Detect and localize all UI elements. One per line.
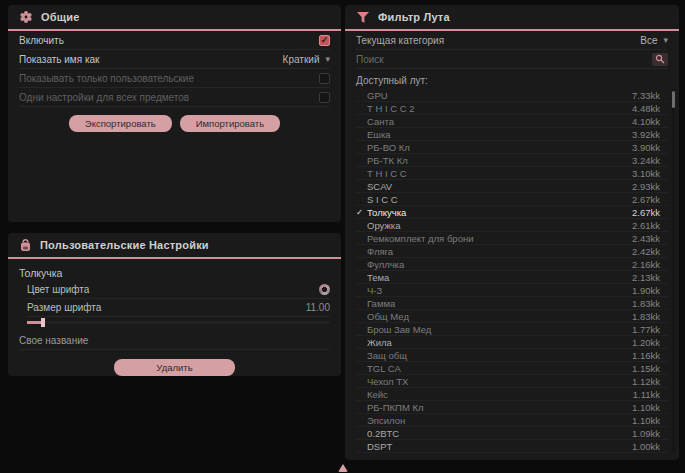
enable-row: Включить ✓: [19, 31, 330, 50]
loot-item-value: 2.67kk: [632, 194, 660, 205]
name-display-select[interactable]: Краткий ▾: [283, 54, 330, 65]
category-row: Текущая категория Все ▾: [356, 31, 668, 50]
chevron-down-icon: ▾: [325, 54, 330, 64]
loot-item-row[interactable]: ✓ Кейс 1.11kk: [356, 388, 668, 401]
import-button[interactable]: Импортировать: [180, 115, 280, 132]
font-color-row: Цвет шрифта: [27, 281, 330, 299]
loot-item-row[interactable]: ✓ Тема 2.13kk: [356, 271, 668, 284]
loot-item-row[interactable]: ✓ Ешка 3.92kk: [356, 128, 668, 141]
category-select[interactable]: Все ▾: [640, 35, 668, 46]
loot-item-value: 1.83kk: [632, 298, 660, 309]
color-wheel-icon[interactable]: [319, 284, 330, 295]
loot-item-row[interactable]: ✓ GPU 7.33kk: [356, 89, 668, 102]
loot-item-value: 1.11kk: [633, 389, 660, 400]
loot-item-value: 3.10kk: [632, 168, 660, 179]
loot-item-name: Оружка: [367, 220, 632, 231]
loot-item-name: TGL CA: [367, 363, 632, 374]
loot-item-name: SCAV: [367, 181, 632, 192]
loot-item-value: 1.16kk: [632, 350, 660, 361]
loot-item-value: 2.67kk: [632, 207, 660, 218]
loot-item-row[interactable]: ✓ S I C C 2.67kk: [356, 193, 668, 206]
loot-item-value: 2.13kk: [632, 272, 660, 283]
loot-item-row[interactable]: ✓ Ремкомплект для брони 2.43kk: [356, 232, 668, 245]
loot-item-value: 2.61kk: [632, 220, 660, 231]
loot-item-value: 1.10kk: [632, 415, 660, 426]
general-panel-header: Общие: [8, 5, 341, 31]
list-scrollbar[interactable]: [672, 89, 675, 453]
enable-checkbox[interactable]: ✓: [319, 35, 330, 46]
loot-item-row[interactable]: ✓ Гамма 1.83kk: [356, 297, 668, 310]
loot-item-value: 2.16kk: [632, 259, 660, 270]
loot-item-row[interactable]: ✓ Оружка 2.61kk: [356, 219, 668, 232]
flower-gear-icon: [19, 10, 33, 24]
loot-item-row[interactable]: ✓ Общ Мед 1.83kk: [356, 310, 668, 323]
slider-handle[interactable]: [41, 318, 45, 327]
loot-item-value: 2.43kk: [632, 233, 660, 244]
loot-item-value: 3.24kk: [632, 155, 660, 166]
loot-item-name: РБ-ПКПМ Кл: [367, 402, 632, 413]
loot-item-row[interactable]: ✓ Ч-З 1.90kk: [356, 284, 668, 297]
font-color-label: Цвет шрифта: [27, 284, 89, 295]
loot-item-name: S I C C: [367, 194, 632, 205]
backpack-icon: [19, 238, 32, 252]
loot-item-row[interactable]: ✓ Эпсилон 1.10kk: [356, 414, 668, 427]
user-settings-header: Пользовательские Настройки: [8, 233, 341, 259]
loot-item-name: Толкучка: [367, 207, 632, 218]
loot-item-row[interactable]: ✓ Брош Зав Мед 1.77kk: [356, 323, 668, 336]
scroll-up-indicator-icon[interactable]: [338, 464, 348, 472]
export-button[interactable]: Экспортировать: [69, 115, 172, 132]
loot-item-name: DSPT: [367, 441, 632, 452]
custom-name-input[interactable]: [19, 335, 330, 346]
loot-item-row[interactable]: ✓ Жила 1.20kk: [356, 336, 668, 349]
loot-item-row[interactable]: ✓ DSPT 1.00kk: [356, 440, 668, 453]
loot-filter-header: Фильтр Лута: [345, 5, 679, 31]
font-size-slider[interactable]: [27, 321, 330, 324]
chevron-down-icon: ▾: [663, 35, 668, 45]
scrollbar-thumb[interactable]: [672, 91, 675, 108]
delete-button[interactable]: Удалить: [114, 359, 234, 376]
loot-filter-panel: Фильтр Лута Текущая категория Все ▾ Дост…: [345, 5, 679, 460]
loot-item-name: Общ Мед: [367, 311, 632, 322]
loot-item-value: 1.10kk: [632, 402, 660, 413]
loot-item-row[interactable]: ✓ Санта 4.10kk: [356, 115, 668, 128]
same-settings-row: Одни настройки для всех предметов: [19, 88, 330, 107]
loot-item-value: 1.09kk: [632, 428, 660, 439]
name-display-value: Краткий: [283, 54, 320, 65]
loot-item-row[interactable]: ✓ РБ-ВО Кл 3.90kk: [356, 141, 668, 154]
loot-item-name: РБ-ВО Кл: [367, 142, 632, 153]
loot-item-row[interactable]: ✓ Т Н I С С 3.10kk: [356, 167, 668, 180]
loot-item-row[interactable]: ✓ Фляга 2.42kk: [356, 245, 668, 258]
search-icon[interactable]: [652, 53, 668, 66]
loot-item-row[interactable]: ✓ Фуллчка 2.16kk: [356, 258, 668, 271]
loot-item-name: Эпсилон: [367, 415, 632, 426]
loot-item-row[interactable]: ✓ 0.2BTC 1.09kk: [356, 427, 668, 440]
loot-item-name: Санта: [367, 116, 632, 127]
loot-item-row[interactable]: ✓ SCAV 2.93kk: [356, 180, 668, 193]
only-custom-label: Показывать только пользовательские: [19, 73, 194, 84]
loot-item-row[interactable]: ✓ РБ-ПКПМ Кл 1.10kk: [356, 401, 668, 414]
same-settings-checkbox[interactable]: [319, 92, 330, 103]
font-size-label: Размер шрифта: [27, 302, 101, 313]
loot-item-name: Гамма: [367, 298, 632, 309]
loot-item-value: 7.33kk: [632, 90, 660, 101]
loot-item-value: 2.42kk: [632, 246, 660, 257]
loot-item-row[interactable]: ✓ TGL CA 1.15kk: [356, 362, 668, 375]
loot-item-row[interactable]: ✓ Толкучка 2.67kk: [356, 206, 668, 219]
loot-item-row[interactable]: ✓ Т Н I С С 2 4.48kk: [356, 102, 668, 115]
loot-item-name: Ч-З: [367, 285, 632, 296]
only-custom-row: Показывать только пользовательские: [19, 69, 330, 88]
search-input[interactable]: [356, 54, 652, 65]
general-panel: Общие Включить ✓ Показать имя как Кратки…: [8, 5, 341, 222]
loot-item-row[interactable]: ✓ Чехол ТХ 1.12kk: [356, 375, 668, 388]
loot-item-row[interactable]: ✓ РБ-ТК Кл 3.24kk: [356, 154, 668, 167]
loot-item-value: 1.12kk: [632, 376, 660, 387]
loot-item-value: 1.90kk: [632, 285, 660, 296]
loot-item-name: Чехол ТХ: [367, 376, 632, 387]
category-label: Текущая категория: [356, 35, 444, 46]
loot-item-name: GPU: [367, 90, 632, 101]
only-custom-checkbox[interactable]: [319, 73, 330, 84]
loot-item-name: Фуллчка: [367, 259, 632, 270]
loot-item-row[interactable]: ✓ Защ общ 1.16kk: [356, 349, 668, 362]
funnel-icon: [356, 11, 370, 24]
loot-item-name: Ешка: [367, 129, 632, 140]
